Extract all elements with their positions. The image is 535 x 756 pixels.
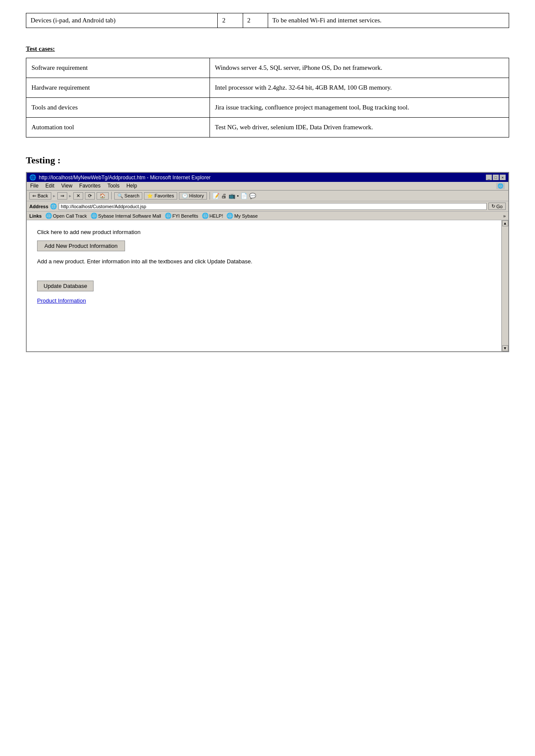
product-information-link[interactable]: Product Information [37, 297, 491, 304]
search-button[interactable]: 🔍 Search [114, 192, 143, 200]
devices-table: Devices (i-pad, and Android tab) 2 2 To … [26, 13, 509, 28]
address-label: Address [29, 204, 48, 209]
testing-heading: Testing : [26, 155, 509, 166]
maximize-button[interactable]: □ [493, 175, 499, 180]
click-instruction: Click here to add new product informatio… [37, 229, 491, 235]
count-cell-2: 2 [243, 13, 268, 28]
edit-icon[interactable]: 📝 [213, 193, 219, 199]
edit2-icon[interactable]: 📄 [241, 193, 247, 199]
back-button[interactable]: ⇐ Back [29, 192, 51, 200]
media-icon[interactable]: 📺 [228, 193, 235, 199]
browser-content: Click here to add new product informatio… [27, 220, 501, 351]
add-description-text: Add a new product. Enter information int… [37, 258, 491, 265]
link-icon-3: 🌐 [165, 212, 172, 219]
toolbar-dash: ▪ [237, 193, 239, 198]
link-icon-4: 🌐 [202, 212, 209, 219]
devices-cell: Devices (i-pad, and Android tab) [26, 13, 218, 28]
link-icon-5: 🌐 [226, 212, 233, 219]
browser-title-left: 🌐 http://localhost/MyNewWebTg/Addproduct… [29, 174, 211, 181]
favorites-button[interactable]: ⭐ Favorites [144, 192, 177, 200]
link-icon-2: 🌐 [91, 212, 97, 219]
stop-button[interactable]: ✕ [73, 192, 83, 200]
link-my-sybase[interactable]: 🌐 My Sybase [226, 212, 257, 219]
test-case-row: Automation tool Test NG, web driver, sel… [26, 118, 509, 137]
address-input[interactable] [59, 203, 487, 210]
menu-help[interactable]: Help [126, 183, 137, 189]
content-spacer [37, 304, 491, 338]
go-button[interactable]: ↻ Go [488, 203, 506, 210]
menu-edit[interactable]: Edit [45, 183, 54, 189]
address-bar: Address 🌐 ↻ Go [27, 201, 508, 212]
test-case-label: Automation tool [26, 118, 210, 137]
test-case-label: Tools and devices [26, 98, 210, 118]
close-button[interactable]: × [500, 175, 506, 180]
browser-toolbar: ⇐ Back ▸ ⇒ ▸ ✕ ⟳ 🏠 🔍 Search ⭐ Favorites … [27, 191, 508, 201]
go-arrow-icon: ↻ [491, 203, 495, 209]
browser-title-text: http://localhost/MyNewWebTg/Addproduct.h… [39, 175, 211, 181]
add-new-product-button[interactable]: Add New Product Information [37, 241, 125, 251]
forward-button[interactable]: ⇒ [57, 192, 67, 200]
link-icon-1: 🌐 [45, 212, 52, 219]
scroll-down-button[interactable]: ▼ [502, 345, 508, 351]
links-more-button[interactable]: » [503, 213, 506, 219]
browser-title-bar: 🌐 http://localhost/MyNewWebTg/Addproduct… [27, 173, 508, 182]
test-case-value: Windows server 4.5, SQL server, iPhone O… [210, 58, 509, 78]
test-case-row: Hardware requirement Intel processor wit… [26, 78, 509, 98]
toolbar-sep-2 [210, 192, 210, 200]
link-fyi[interactable]: 🌐 FYI Benefits [165, 212, 198, 219]
update-database-button[interactable]: Update Database [37, 281, 94, 291]
test-case-value: Intel processor with 2.4ghz. 32-64 bit, … [210, 78, 509, 98]
test-case-label: Software requirement [26, 58, 210, 78]
scrollbar[interactable]: ▲ ▼ [501, 220, 508, 351]
address-icon: 🌐 [50, 203, 57, 209]
test-case-value: Jira issue tracking, confluence project … [210, 98, 509, 118]
minimize-button[interactable]: _ [486, 175, 492, 180]
ie-logo: 🌐 [496, 183, 505, 189]
test-cases-table: Software requirement Windows server 4.5,… [26, 58, 509, 137]
print-icon[interactable]: 🖨 [221, 193, 227, 199]
scroll-up-button[interactable]: ▲ [502, 220, 508, 226]
test-case-label: Hardware requirement [26, 78, 210, 98]
links-label: Links [29, 213, 42, 219]
menu-file[interactable]: File [30, 183, 38, 189]
window-controls[interactable]: _ □ × [486, 175, 506, 180]
refresh-button[interactable]: ⟳ [85, 192, 95, 200]
history-button[interactable]: 🕐 History [179, 192, 207, 200]
menu-tools[interactable]: Tools [107, 183, 119, 189]
link-sybase[interactable]: 🌐 Sybase Internal Software Mall [91, 212, 161, 219]
test-cases-heading: Test cases: [26, 45, 509, 53]
test-case-value: Test NG, web driver, selenium IDE, Data … [210, 118, 509, 137]
discuss-icon[interactable]: 💬 [249, 193, 256, 199]
link-help[interactable]: 🌐 HELP! [202, 212, 223, 219]
links-bar: Links 🌐 Open Call Track 🌐 Sybase Interna… [27, 212, 508, 220]
browser-menu-bar: File Edit View Favorites Tools Help 🌐 [27, 182, 508, 191]
enabled-cell: To be enabled Wi-Fi and internet service… [268, 13, 509, 28]
count-cell-1: 2 [218, 13, 243, 28]
test-case-row: Tools and devices Jira issue tracking, c… [26, 98, 509, 118]
browser-window: 🌐 http://localhost/MyNewWebTg/Addproduct… [26, 172, 509, 352]
ie-icon: 🌐 [29, 174, 36, 181]
menu-favorites[interactable]: Favorites [79, 183, 100, 189]
link-open-call-track[interactable]: 🌐 Open Call Track [45, 212, 87, 219]
test-case-row: Software requirement Windows server 4.5,… [26, 58, 509, 78]
toolbar-sep-1 [111, 192, 112, 200]
home-button[interactable]: 🏠 [97, 192, 109, 200]
browser-content-area: Click here to add new product informatio… [27, 220, 508, 351]
menu-view[interactable]: View [61, 183, 72, 189]
